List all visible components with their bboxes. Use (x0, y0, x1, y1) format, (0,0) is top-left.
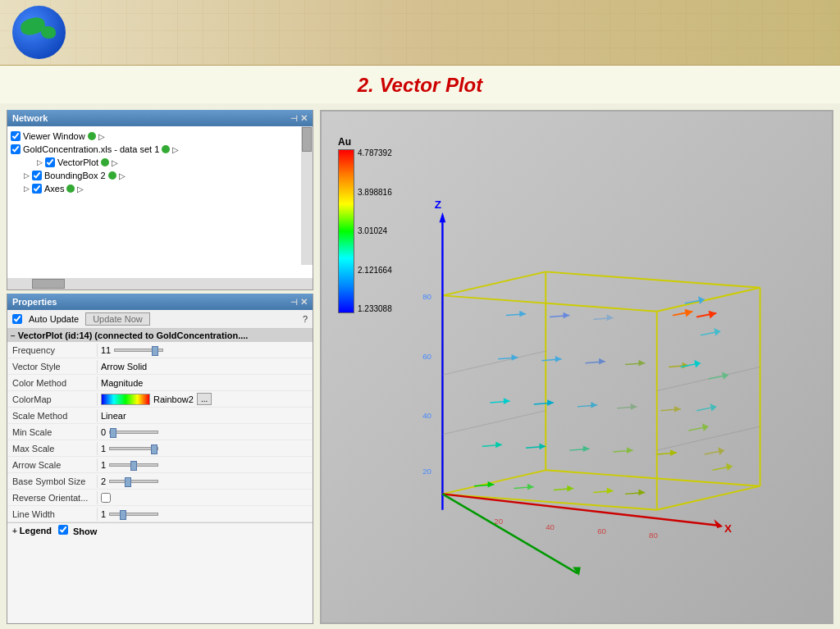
auto-update-label: Auto Update (29, 314, 79, 324)
vector-style-value: Arrow Solid (101, 362, 147, 371)
properties-close-button[interactable]: ✕ (300, 297, 308, 308)
gold-checkbox[interactable] (11, 144, 21, 154)
network-panel: Network ⊣ ✕ Viewer Window ▷ GoldConcentr… (7, 110, 313, 290)
vector-arrows-layer1 (474, 481, 645, 495)
svg-text:20: 20 (422, 467, 431, 476)
panel-pin-button[interactable]: ⊣ (290, 114, 298, 123)
colormap-edit-button[interactable]: ... (197, 393, 212, 405)
properties-pin-button[interactable]: ⊣ (290, 298, 298, 307)
svg-line-11 (657, 288, 760, 312)
auto-update-checkbox[interactable] (12, 314, 22, 324)
line-width-slider-thumb[interactable] (120, 510, 126, 520)
gold-label: GoldConcentration.xls - data set 1 (23, 144, 159, 154)
line-width-slider[interactable] (109, 513, 158, 516)
arrow-scale-slider-thumb[interactable] (130, 461, 137, 471)
svg-marker-91 (698, 296, 705, 304)
color-scale-bar (338, 149, 354, 313)
svg-marker-87 (718, 447, 724, 455)
viz-panel: Au 4.787392 3.898816 3.01024 2.121664 1.… (320, 110, 833, 624)
network-panel-title: Network (12, 113, 48, 123)
update-now-button[interactable]: Update Now (85, 312, 150, 326)
svg-marker-89 (726, 463, 733, 472)
svg-line-10 (442, 271, 546, 295)
axes-expander[interactable]: ▷ (24, 185, 30, 193)
prop-value-reverse-orient (98, 491, 313, 504)
arrow-scale-value: 1 (101, 460, 106, 470)
svg-marker-19 (714, 519, 723, 528)
boundingbox-arrow: ▷ (119, 171, 126, 180)
header-map-overlay (0, 0, 840, 65)
svg-marker-71 (519, 311, 526, 317)
vectorplot-checkbox[interactable] (45, 157, 55, 167)
prop-row-colormap: ColorMap Rainbow2 ... (7, 391, 313, 408)
help-button[interactable]: ? (303, 314, 308, 324)
network-hscrollbar-thumb[interactable] (32, 279, 65, 289)
base-symbol-slider[interactable] (109, 480, 158, 483)
gold-green-icon (162, 145, 170, 153)
svg-marker-79 (709, 311, 717, 319)
arrow-scale-slider[interactable] (109, 463, 158, 467)
prop-row-color-method: Color Method Magnitude (7, 375, 313, 391)
left-panel: Network ⊣ ✕ Viewer Window ▷ GoldConcentr… (0, 103, 320, 629)
svg-marker-63 (555, 356, 562, 362)
svg-marker-77 (685, 309, 693, 317)
svg-marker-55 (591, 402, 597, 408)
viewer-checkbox[interactable] (11, 131, 21, 141)
line-width-value: 1 (101, 509, 106, 519)
max-scale-slider[interactable] (109, 447, 158, 450)
prop-label-colormap: ColorMap (7, 393, 98, 406)
tree-node-axes: ▷ Axes ▷ (24, 182, 309, 195)
section-label: VectorPlot (id:14) (connected to GoldCon… (18, 330, 249, 340)
network-hscrollbar[interactable] (7, 278, 313, 289)
prop-label-vector-style: Vector Style (7, 360, 98, 373)
min-scale-slider[interactable] (109, 431, 158, 434)
prop-value-min-scale: 0 (98, 426, 313, 439)
svg-marker-83 (710, 403, 717, 412)
svg-line-0 (442, 494, 656, 509)
network-vscrollbar[interactable] (301, 126, 313, 265)
frequency-slider-thumb[interactable] (152, 346, 158, 356)
header (0, 0, 840, 66)
boundingbox-expander[interactable]: ▷ (24, 171, 30, 180)
legend-expand-button[interactable]: + (12, 526, 17, 536)
prop-row-reverse-orient: Reverse Orientat... (7, 490, 313, 506)
network-panel-titlebar: Network ⊣ ✕ (7, 110, 313, 126)
svg-line-28 (442, 351, 546, 375)
boundingbox-checkbox[interactable] (32, 171, 42, 180)
reverse-orient-checkbox[interactable] (101, 493, 111, 503)
prop-value-arrow-scale: 1 (98, 458, 313, 472)
legend-show-label-text: Show (58, 525, 97, 536)
svg-marker-49 (670, 449, 677, 456)
properties-section-header: − VectorPlot (id:14) (connected to GoldC… (7, 329, 313, 342)
prop-row-vector-style: Vector Style Arrow Solid (7, 358, 313, 375)
properties-titlebar-buttons: ⊣ ✕ (290, 297, 308, 308)
legend-show-checkbox[interactable] (58, 525, 68, 535)
prop-label-arrow-scale: Arrow Scale (7, 458, 98, 472)
svg-line-9 (657, 486, 760, 510)
colormap-bar[interactable] (101, 394, 150, 405)
prop-label-line-width: Line Width (7, 508, 98, 521)
panel-titlebar-buttons: ⊣ ✕ (290, 113, 308, 124)
svg-text:60: 60 (597, 526, 606, 536)
svg-marker-51 (504, 398, 510, 404)
prop-row-base-symbol: Base Symbol Size 2 (7, 473, 313, 490)
svg-line-27 (657, 426, 760, 450)
prop-value-frequency: 11 (98, 344, 313, 357)
panel-close-button[interactable]: ✕ (300, 113, 308, 124)
svg-line-24 (442, 494, 578, 573)
main-content: Network ⊣ ✕ Viewer Window ▷ GoldConcentr… (0, 103, 840, 629)
axes-arrow: ▷ (77, 185, 84, 194)
frequency-slider[interactable] (114, 349, 163, 352)
svg-marker-43 (540, 443, 546, 449)
svg-line-26 (442, 411, 546, 435)
section-collapse-button[interactable]: − (11, 331, 16, 340)
viewer-label: Viewer Window (23, 131, 85, 141)
min-scale-slider-thumb[interactable] (110, 428, 116, 438)
svg-marker-13 (440, 212, 446, 223)
network-scrollbar-thumb[interactable] (302, 127, 312, 152)
axes-checkbox[interactable] (32, 184, 42, 194)
base-symbol-slider-thumb[interactable] (125, 477, 131, 487)
max-scale-slider-thumb[interactable] (151, 444, 158, 454)
x-axis-label: X (724, 522, 732, 535)
vectorplot-expander[interactable]: ▷ (37, 158, 43, 166)
